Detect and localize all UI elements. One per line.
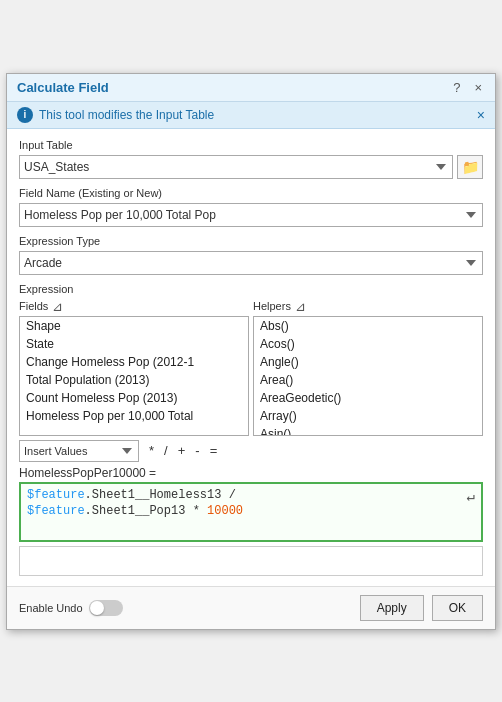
- enable-undo-label: Enable Undo: [19, 602, 83, 614]
- math-op-+[interactable]: +: [176, 443, 188, 458]
- helper-item[interactable]: Asin(): [254, 425, 482, 436]
- toggle-thumb: [90, 601, 104, 615]
- input-table-row: USA_States 📁: [19, 155, 483, 179]
- dialog-title: Calculate Field: [17, 80, 109, 95]
- helpers-filter-icon[interactable]: ⊿: [295, 299, 306, 314]
- fields-filter-icon[interactable]: ⊿: [52, 299, 63, 314]
- fields-label: Fields: [19, 300, 48, 312]
- fields-column: Fields ⊿ ShapeStateChange Homeless Pop (…: [19, 299, 249, 436]
- help-button[interactable]: ?: [450, 80, 463, 95]
- field-item[interactable]: Change Homeless Pop (2012-1: [20, 353, 248, 371]
- folder-icon: 📁: [462, 159, 479, 175]
- expression-section-label: Expression: [19, 283, 483, 295]
- title-bar-actions: ? ×: [450, 80, 485, 95]
- helper-item[interactable]: Angle(): [254, 353, 482, 371]
- helper-item[interactable]: AreaGeodetic(): [254, 389, 482, 407]
- input-table-select[interactable]: USA_States: [19, 155, 453, 179]
- expr-line-2: $feature.Sheet1__Pop13 * 10000: [27, 504, 475, 518]
- expr-line1-mid: .Sheet1__Homeless13 /: [85, 488, 236, 502]
- insert-values-select[interactable]: Insert Values: [19, 440, 139, 462]
- output-area: [19, 546, 483, 576]
- field-name-label: Field Name (Existing or New): [19, 187, 483, 199]
- helpers-column: Helpers ⊿ Abs()Acos()Angle()Area()AreaGe…: [253, 299, 483, 436]
- fields-helpers-section: Fields ⊿ ShapeStateChange Homeless Pop (…: [19, 299, 483, 436]
- input-table-label: Input Table: [19, 139, 483, 151]
- input-table-folder-button[interactable]: 📁: [457, 155, 483, 179]
- expr-line-1: $feature.Sheet1__Homeless13 /: [27, 488, 475, 502]
- wrap-icon[interactable]: ↵: [467, 488, 475, 505]
- fields-list[interactable]: ShapeStateChange Homeless Pop (2012-1Tot…: [19, 316, 249, 436]
- feature-kw-1: $feature: [27, 488, 85, 502]
- bottom-bar: Enable Undo Apply OK: [7, 586, 495, 629]
- math-op-/[interactable]: /: [162, 443, 170, 458]
- title-bar: Calculate Field ? ×: [7, 74, 495, 102]
- math-op--[interactable]: -: [193, 443, 201, 458]
- insert-row: Insert Values */+-=: [19, 440, 483, 462]
- expression-type-label: Expression Type: [19, 235, 483, 247]
- expr-line2-mid: .Sheet1__Pop13 *: [85, 504, 207, 518]
- math-op-=[interactable]: =: [208, 443, 220, 458]
- helpers-header: Helpers ⊿: [253, 299, 483, 314]
- field-name-row: Homeless Pop per 10,000 Total Pop: [19, 203, 483, 227]
- field-item[interactable]: Total Population (2013): [20, 371, 248, 389]
- helper-item[interactable]: Array(): [254, 407, 482, 425]
- fields-header: Fields ⊿: [19, 299, 249, 314]
- field-item[interactable]: Count Homeless Pop (2013): [20, 389, 248, 407]
- field-item[interactable]: State: [20, 335, 248, 353]
- helpers-label: Helpers: [253, 300, 291, 312]
- dialog-close-button[interactable]: ×: [471, 80, 485, 95]
- field-item[interactable]: Homeless Pop per 10,000 Total: [20, 407, 248, 425]
- expression-type-row: Arcade: [19, 251, 483, 275]
- expression-editor[interactable]: $feature.Sheet1__Homeless13 / $feature.S…: [19, 482, 483, 542]
- dialog-content: Input Table USA_States 📁 Field Name (Exi…: [7, 129, 495, 586]
- info-bar: i This tool modifies the Input Table ×: [7, 102, 495, 129]
- expression-name: HomelessPopPer10000 =: [19, 466, 483, 480]
- info-close-button[interactable]: ×: [477, 107, 485, 123]
- helper-item[interactable]: Abs(): [254, 317, 482, 335]
- feature-kw-2: $feature: [27, 504, 85, 518]
- field-item[interactable]: Shape: [20, 317, 248, 335]
- helper-item[interactable]: Acos(): [254, 335, 482, 353]
- apply-button[interactable]: Apply: [360, 595, 424, 621]
- calculate-field-dialog: Calculate Field ? × i This tool modifies…: [6, 73, 496, 630]
- enable-undo-row: Enable Undo: [19, 600, 123, 616]
- math-op-*[interactable]: *: [147, 443, 156, 458]
- info-text: This tool modifies the Input Table: [39, 108, 214, 122]
- ok-button[interactable]: OK: [432, 595, 483, 621]
- info-icon: i: [17, 107, 33, 123]
- helpers-list[interactable]: Abs()Acos()Angle()Area()AreaGeodetic()Ar…: [253, 316, 483, 436]
- field-name-select[interactable]: Homeless Pop per 10,000 Total Pop: [19, 203, 483, 227]
- expr-number: 10000: [207, 504, 243, 518]
- expression-type-select[interactable]: Arcade: [19, 251, 483, 275]
- helper-item[interactable]: Area(): [254, 371, 482, 389]
- enable-undo-toggle[interactable]: [89, 600, 123, 616]
- math-ops: */+-=: [147, 443, 219, 458]
